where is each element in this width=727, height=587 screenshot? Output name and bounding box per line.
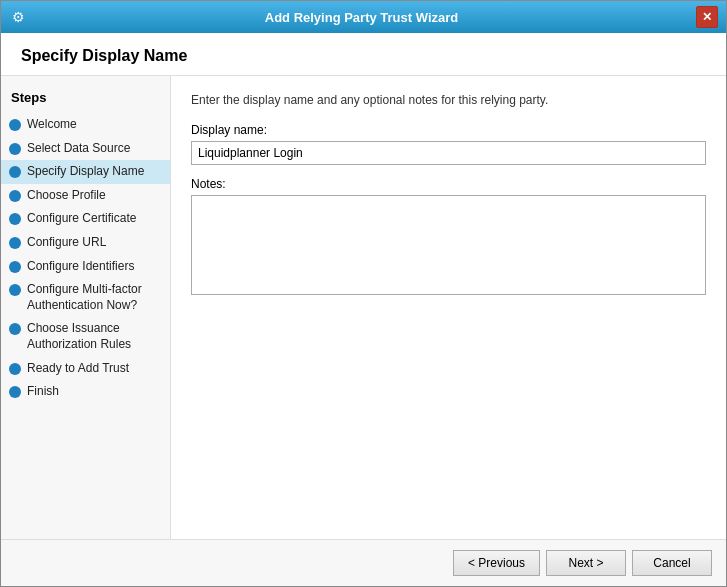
step-ready-to-add: Ready to Add Trust xyxy=(1,357,170,381)
wizard-step-title: Specify Display Name xyxy=(21,47,706,65)
content-panel: Enter the display name and any optional … xyxy=(171,76,726,539)
step-dot-configure-identifiers xyxy=(9,261,21,273)
step-label-choose-profile: Choose Profile xyxy=(27,188,106,204)
step-dot-configure-mfa xyxy=(9,284,21,296)
step-dot-choose-issuance xyxy=(9,323,21,335)
step-dot-choose-profile xyxy=(9,190,21,202)
step-configure-url: Configure URL xyxy=(1,231,170,255)
previous-button[interactable]: < Previous xyxy=(453,550,540,576)
step-label-select-data-source: Select Data Source xyxy=(27,141,130,157)
step-specify-display-name: Specify Display Name xyxy=(1,160,170,184)
step-label-configure-url: Configure URL xyxy=(27,235,106,251)
window-title: Add Relying Party Trust Wizard xyxy=(27,10,696,25)
cancel-button[interactable]: Cancel xyxy=(632,550,712,576)
wizard-header: Specify Display Name xyxy=(1,33,726,76)
step-label-configure-mfa: Configure Multi-factor Authentication No… xyxy=(27,282,160,313)
app-icon: ⚙ xyxy=(9,8,27,26)
step-choose-issuance: Choose Issuance Authorization Rules xyxy=(1,317,170,356)
step-select-data-source: Select Data Source xyxy=(1,137,170,161)
notes-textarea[interactable] xyxy=(191,195,706,295)
content-description: Enter the display name and any optional … xyxy=(191,92,706,109)
step-dot-configure-url xyxy=(9,237,21,249)
steps-panel: Steps Welcome Select Data Source Specify… xyxy=(1,76,171,539)
step-label-configure-identifiers: Configure Identifiers xyxy=(27,259,134,275)
next-button[interactable]: Next > xyxy=(546,550,626,576)
titlebar: ⚙ Add Relying Party Trust Wizard ✕ xyxy=(1,1,726,33)
step-welcome: Welcome xyxy=(1,113,170,137)
step-choose-profile: Choose Profile xyxy=(1,184,170,208)
close-button[interactable]: ✕ xyxy=(696,6,718,28)
step-label-specify-display-name: Specify Display Name xyxy=(27,164,144,180)
step-dot-ready-to-add xyxy=(9,363,21,375)
wizard-window: ⚙ Add Relying Party Trust Wizard ✕ Speci… xyxy=(0,0,727,587)
notes-label: Notes: xyxy=(191,177,706,191)
step-configure-mfa: Configure Multi-factor Authentication No… xyxy=(1,278,170,317)
display-name-input[interactable] xyxy=(191,141,706,165)
steps-heading: Steps xyxy=(1,86,170,113)
step-dot-welcome xyxy=(9,119,21,131)
step-finish: Finish xyxy=(1,380,170,404)
step-label-ready-to-add: Ready to Add Trust xyxy=(27,361,129,377)
step-dot-configure-certificate xyxy=(9,213,21,225)
step-label-configure-certificate: Configure Certificate xyxy=(27,211,136,227)
step-configure-identifiers: Configure Identifiers xyxy=(1,255,170,279)
step-label-choose-issuance: Choose Issuance Authorization Rules xyxy=(27,321,160,352)
step-configure-certificate: Configure Certificate xyxy=(1,207,170,231)
step-dot-select-data-source xyxy=(9,143,21,155)
wizard-body: Steps Welcome Select Data Source Specify… xyxy=(1,76,726,539)
step-dot-finish xyxy=(9,386,21,398)
step-label-welcome: Welcome xyxy=(27,117,77,133)
wizard-footer: < Previous Next > Cancel xyxy=(1,539,726,586)
display-name-label: Display name: xyxy=(191,123,706,137)
step-label-finish: Finish xyxy=(27,384,59,400)
step-dot-specify-display-name xyxy=(9,166,21,178)
